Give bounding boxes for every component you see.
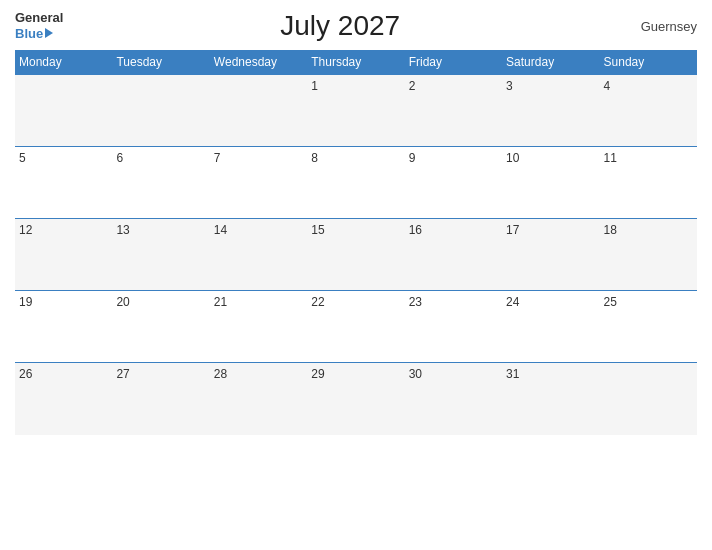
- day-number: 9: [409, 151, 416, 165]
- calendar-cell: 30: [405, 363, 502, 435]
- calendar-cell: [112, 75, 209, 147]
- calendar-cell: 31: [502, 363, 599, 435]
- day-number: 12: [19, 223, 32, 237]
- day-number: 5: [19, 151, 26, 165]
- col-tuesday: Tuesday: [112, 50, 209, 75]
- logo-general-text: General: [15, 11, 63, 25]
- day-number: 3: [506, 79, 513, 93]
- col-sunday: Sunday: [600, 50, 697, 75]
- calendar-week-row: 1234: [15, 75, 697, 147]
- day-number: 19: [19, 295, 32, 309]
- calendar-cell: 4: [600, 75, 697, 147]
- col-saturday: Saturday: [502, 50, 599, 75]
- day-number: 29: [311, 367, 324, 381]
- calendar-cell: 9: [405, 147, 502, 219]
- calendar-cell: 10: [502, 147, 599, 219]
- col-wednesday: Wednesday: [210, 50, 307, 75]
- logo-triangle-icon: [45, 28, 53, 38]
- day-number: 15: [311, 223, 324, 237]
- calendar-title: July 2027: [63, 10, 617, 42]
- calendar-cell: 2: [405, 75, 502, 147]
- calendar-cell: 20: [112, 291, 209, 363]
- day-number: 14: [214, 223, 227, 237]
- calendar-cell: 3: [502, 75, 599, 147]
- calendar-cell: 16: [405, 219, 502, 291]
- calendar-cell: 23: [405, 291, 502, 363]
- calendar-cell: 12: [15, 219, 112, 291]
- calendar-cell: 24: [502, 291, 599, 363]
- calendar-week-row: 567891011: [15, 147, 697, 219]
- days-header-row: Monday Tuesday Wednesday Thursday Friday…: [15, 50, 697, 75]
- calendar-cell: 7: [210, 147, 307, 219]
- calendar-week-row: 12131415161718: [15, 219, 697, 291]
- day-number: 20: [116, 295, 129, 309]
- day-number: 25: [604, 295, 617, 309]
- calendar-cell: 26: [15, 363, 112, 435]
- day-number: 1: [311, 79, 318, 93]
- calendar-cell: 22: [307, 291, 404, 363]
- day-number: 11: [604, 151, 617, 165]
- day-number: 7: [214, 151, 221, 165]
- day-number: 17: [506, 223, 519, 237]
- col-monday: Monday: [15, 50, 112, 75]
- calendar-cell: 29: [307, 363, 404, 435]
- header: General Blue July 2027 Guernsey: [15, 10, 697, 42]
- calendar-cell: 17: [502, 219, 599, 291]
- calendar-cell: 21: [210, 291, 307, 363]
- country-label: Guernsey: [617, 19, 697, 34]
- calendar-cell: 5: [15, 147, 112, 219]
- day-number: 30: [409, 367, 422, 381]
- calendar-cell: 28: [210, 363, 307, 435]
- calendar-cell: 18: [600, 219, 697, 291]
- calendar-week-row: 19202122232425: [15, 291, 697, 363]
- day-number: 28: [214, 367, 227, 381]
- day-number: 8: [311, 151, 318, 165]
- day-number: 4: [604, 79, 611, 93]
- day-number: 2: [409, 79, 416, 93]
- day-number: 10: [506, 151, 519, 165]
- calendar-cell: 11: [600, 147, 697, 219]
- calendar-cell: 1: [307, 75, 404, 147]
- calendar-week-row: 262728293031: [15, 363, 697, 435]
- calendar-cell: 6: [112, 147, 209, 219]
- calendar-cell: 14: [210, 219, 307, 291]
- col-friday: Friday: [405, 50, 502, 75]
- calendar-cell: 13: [112, 219, 209, 291]
- day-number: 6: [116, 151, 123, 165]
- calendar-cell: [15, 75, 112, 147]
- col-thursday: Thursday: [307, 50, 404, 75]
- calendar-cell: 19: [15, 291, 112, 363]
- calendar-cell: [210, 75, 307, 147]
- day-number: 24: [506, 295, 519, 309]
- day-number: 16: [409, 223, 422, 237]
- day-number: 18: [604, 223, 617, 237]
- day-number: 13: [116, 223, 129, 237]
- day-number: 27: [116, 367, 129, 381]
- calendar-cell: 15: [307, 219, 404, 291]
- calendar-page: General Blue July 2027 Guernsey Monday T…: [0, 0, 712, 550]
- day-number: 21: [214, 295, 227, 309]
- day-number: 23: [409, 295, 422, 309]
- day-number: 26: [19, 367, 32, 381]
- calendar-cell: 27: [112, 363, 209, 435]
- logo: General Blue: [15, 11, 63, 40]
- calendar-cell: 25: [600, 291, 697, 363]
- day-number: 22: [311, 295, 324, 309]
- day-number: 31: [506, 367, 519, 381]
- calendar-table: Monday Tuesday Wednesday Thursday Friday…: [15, 50, 697, 435]
- logo-blue-text: Blue: [15, 26, 53, 41]
- calendar-cell: 8: [307, 147, 404, 219]
- calendar-cell: [600, 363, 697, 435]
